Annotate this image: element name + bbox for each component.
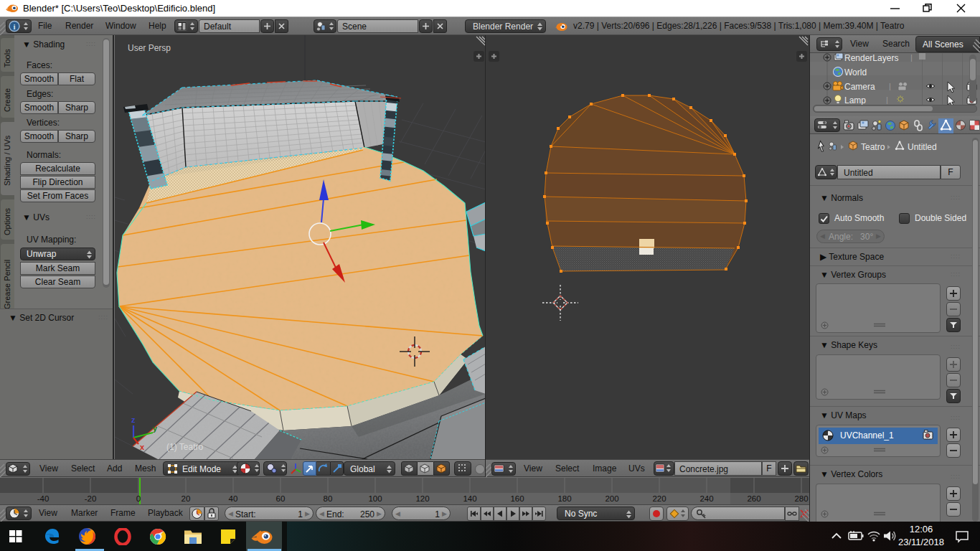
- svg-text:0: 0: [136, 494, 141, 503]
- svg-text:Teatro: Teatro: [861, 142, 885, 152]
- svg-text:140: 140: [463, 494, 476, 503]
- svg-text:120: 120: [415, 494, 429, 503]
- svg-text:i: i: [13, 22, 15, 31]
- svg-text:RenderLayers: RenderLayers: [844, 53, 898, 63]
- svg-text:240: 240: [699, 494, 713, 503]
- svg-text:100: 100: [368, 494, 382, 503]
- svg-text:-20: -20: [85, 494, 97, 503]
- svg-text:z: z: [131, 415, 136, 424]
- svg-text:User Persp: User Persp: [128, 43, 171, 53]
- svg-text:60: 60: [276, 494, 286, 503]
- svg-text:|: |: [910, 53, 913, 62]
- svg-text:160: 160: [510, 494, 524, 503]
- svg-text:220: 220: [652, 494, 666, 503]
- svg-text:x: x: [140, 443, 145, 451]
- svg-text:(1) Teatro: (1) Teatro: [166, 442, 203, 452]
- svg-text:y: y: [153, 424, 158, 433]
- svg-text:280: 280: [794, 494, 808, 503]
- svg-text:World: World: [844, 67, 867, 77]
- svg-text:80: 80: [324, 494, 333, 503]
- svg-text:40: 40: [229, 494, 238, 503]
- svg-text:200: 200: [605, 494, 618, 503]
- svg-text:20: 20: [182, 494, 191, 503]
- svg-text:-40: -40: [37, 494, 50, 503]
- svg-text:Lamp: Lamp: [844, 95, 866, 105]
- svg-text:|: |: [889, 82, 891, 90]
- svg-text:Camera: Camera: [844, 82, 875, 92]
- svg-text:180: 180: [557, 494, 571, 503]
- svg-text:260: 260: [747, 494, 760, 503]
- svg-text:Untitled: Untitled: [908, 142, 937, 152]
- svg-text:|: |: [886, 95, 888, 104]
